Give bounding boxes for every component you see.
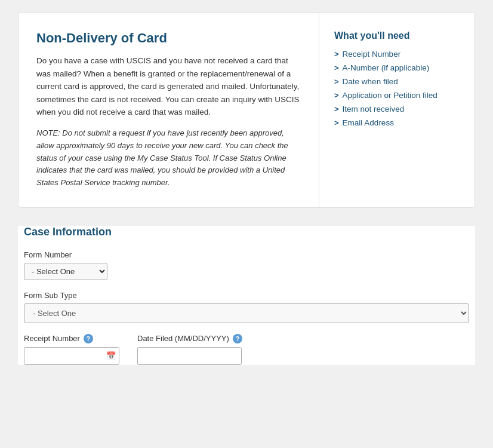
inline-fields: Receipt Number ? 📅 Date Filed (MM/DD/YYY… xyxy=(24,334,469,365)
receipt-number-label-row: Receipt Number ? xyxy=(24,334,119,343)
receipt-number-wrapper: 📅 xyxy=(24,347,119,365)
receipt-number-field: Receipt Number ? 📅 xyxy=(24,334,119,365)
card-title: Non-Delivery of Card xyxy=(36,30,301,46)
list-item: >A-Number (if applicable) xyxy=(334,63,460,72)
form-sub-type-label: Form Sub Type xyxy=(24,291,469,300)
form-sub-type-group: Form Sub Type - Select One xyxy=(24,291,469,323)
date-filed-label-row: Date Filed (MM/DD/YYYY) ? xyxy=(137,334,242,343)
list-item-text: Item not received xyxy=(343,105,405,113)
form-number-label: Form Number xyxy=(24,250,469,259)
date-filed-input[interactable] xyxy=(137,347,242,365)
what-you-need-title: What you'll need xyxy=(334,30,460,41)
info-card-left: Non-Delivery of Card Do you have a case … xyxy=(19,13,319,207)
arrow-icon: > xyxy=(334,118,339,127)
arrow-icon: > xyxy=(334,77,339,86)
card-note: NOTE: Do not submit a request if you hav… xyxy=(36,127,301,189)
date-filed-field: Date Filed (MM/DD/YYYY) ? xyxy=(137,334,242,365)
arrow-icon: > xyxy=(334,50,339,59)
form-number-group: Form Number - Select One xyxy=(24,250,469,280)
list-item-text: Date when filed xyxy=(343,77,398,86)
receipt-number-help-icon[interactable]: ? xyxy=(84,334,93,343)
arrow-icon: > xyxy=(334,63,339,72)
list-item: >Application or Petition filed xyxy=(334,91,460,100)
info-card-right: What you'll need >Receipt Number >A-Numb… xyxy=(319,13,474,207)
card-body-text: Do you have a case with USCIS and you ha… xyxy=(36,54,301,119)
info-card: Non-Delivery of Card Do you have a case … xyxy=(18,12,475,208)
receipt-number-input[interactable] xyxy=(24,347,119,365)
list-item: >Date when filed xyxy=(334,77,460,86)
section-title: Case Information xyxy=(24,226,469,238)
arrow-icon: > xyxy=(334,91,339,100)
form-number-select[interactable]: - Select One xyxy=(24,263,107,280)
list-item-text: A-Number (if applicable) xyxy=(343,63,430,72)
list-item: >Receipt Number xyxy=(334,50,460,59)
list-item: >Email Address xyxy=(334,118,460,127)
arrow-icon: > xyxy=(334,105,339,113)
calendar-icon: 📅 xyxy=(106,351,116,361)
list-item-text: Receipt Number xyxy=(343,50,401,59)
date-filed-label: Date Filed (MM/DD/YYYY) xyxy=(137,334,229,343)
form-sub-type-select[interactable]: - Select One xyxy=(24,303,469,323)
list-item: >Item not received xyxy=(334,105,460,113)
what-you-need-list: >Receipt Number >A-Number (if applicable… xyxy=(334,50,460,127)
list-item-text: Email Address xyxy=(343,118,394,127)
date-filed-help-icon[interactable]: ? xyxy=(233,334,242,343)
receipt-number-label: Receipt Number xyxy=(24,334,80,343)
list-item-text: Application or Petition filed xyxy=(343,91,437,100)
case-information-section: Case Information Form Number - Select On… xyxy=(18,226,475,365)
